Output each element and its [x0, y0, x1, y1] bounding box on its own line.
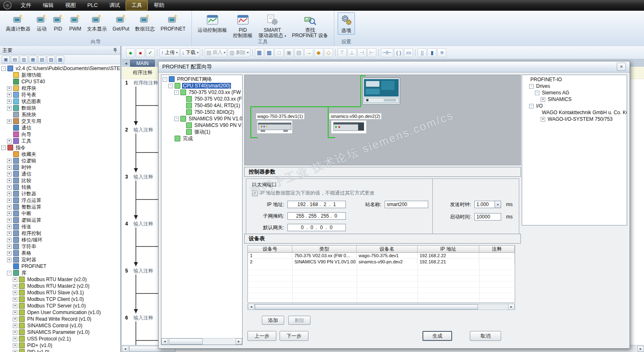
tree-item[interactable]: + Modbus RTU Master2 (v2.0) [0, 283, 120, 289]
expander-icon[interactable] [7, 126, 12, 130]
insert-button[interactable]: ▤ 插入 ▾ [205, 48, 227, 57]
tree-item[interactable]: + 状态图表 [0, 98, 120, 105]
tree-item[interactable]: - 指令 [0, 144, 120, 151]
expander-icon[interactable] [180, 130, 184, 134]
scroll-right-icon[interactable]: ► [637, 346, 644, 352]
tree-item[interactable]: + Modbus RTU Slave (v3.1) [0, 289, 120, 296]
tree-item[interactable]: + 程序块 [0, 85, 120, 92]
add-device-button[interactable]: 添加 [262, 316, 284, 325]
expander-icon[interactable] [7, 73, 12, 77]
expander-icon[interactable]: + [7, 244, 12, 249]
app-logo-icon[interactable] [0, 0, 15, 10]
expander-icon[interactable]: + [13, 337, 17, 341]
tree-item[interactable]: + Modbus TCP Server (v1.0) [0, 303, 120, 309]
find-devices-button[interactable]: 查找 PROFINET 设备 [289, 12, 331, 40]
tree-item[interactable]: + 定时器 [0, 256, 120, 263]
expander-icon[interactable]: + [7, 192, 12, 196]
contact-button[interactable]: ⊣⊢ [381, 48, 394, 57]
expander-icon[interactable]: - [168, 84, 173, 88]
copy-box-button[interactable]: □ [275, 48, 284, 57]
view-output-icon[interactable]: ▩ [56, 56, 64, 63]
download-button[interactable]: ↓ 下载 ▾ [180, 48, 201, 57]
expander-icon[interactable]: + [7, 225, 12, 229]
expander-icon[interactable] [7, 152, 12, 157]
sinamics-device-image[interactable] [331, 120, 366, 135]
ip-fixed-checkbox[interactable]: ✓ [252, 190, 258, 196]
tree-item[interactable]: PROFINET [0, 263, 120, 270]
branch-right-button[interactable]: ⊢ [367, 48, 376, 57]
expander-icon[interactable]: + [7, 165, 12, 170]
next-step-button[interactable]: 下一步 [280, 331, 308, 341]
scroll-right-icon[interactable]: ► [236, 338, 242, 345]
menu-item[interactable]: 帮助 [148, 0, 170, 10]
options-button[interactable]: 选项 [338, 12, 355, 35]
column-header[interactable]: 设备号 [248, 246, 292, 253]
tree-item[interactable]: SINAMICS V90 PN V1.0(0 [161, 122, 242, 129]
expander-icon[interactable]: - [174, 90, 179, 95]
bookmark-button[interactable]: ▯ [418, 48, 427, 57]
column-header[interactable]: 类型 [292, 246, 357, 253]
tree-item[interactable]: + 浮点运算 [0, 197, 120, 204]
tree-item[interactable]: + 传送 [0, 223, 120, 230]
tree-item[interactable]: + 交叉引用 [0, 118, 120, 124]
tree-item[interactable]: + 计数器 [0, 190, 120, 197]
column-header[interactable]: 注释 [479, 246, 515, 253]
ribbon-wizard-button[interactable]: PWM [67, 12, 84, 33]
ribbon-wizard-button[interactable]: PID [50, 12, 66, 33]
scroll-right-icon[interactable]: ► [508, 304, 515, 310]
network-comment[interactable]: 程序段注释 [132, 80, 158, 87]
tree-item[interactable]: + 工具 [0, 138, 120, 144]
expander-icon[interactable]: + [7, 231, 12, 236]
expander-icon[interactable] [180, 103, 184, 108]
scroll-left-icon[interactable]: ◄ [122, 346, 128, 352]
tree-item[interactable]: - Siemens AG [522, 89, 627, 96]
expander-icon[interactable]: - [163, 77, 167, 82]
expander-icon[interactable]: + [7, 178, 12, 183]
expander-icon[interactable]: - [1, 145, 6, 150]
branch-left-button[interactable]: ⊣ [357, 48, 366, 57]
expander-icon[interactable] [7, 80, 12, 84]
expander-icon[interactable]: + [13, 304, 17, 308]
tree-item[interactable]: + 数据块 [0, 105, 120, 111]
menu-item[interactable]: 编辑 [37, 0, 59, 10]
tree-item[interactable]: + 通信 [0, 171, 120, 177]
expander-icon[interactable]: + [7, 172, 12, 176]
tree-item[interactable]: - Drives [522, 83, 627, 89]
motion-panel-button[interactable]: 运动控制面板 [195, 12, 230, 34]
tree-item[interactable]: + 中断 [0, 210, 120, 217]
network-diagram[interactable]: wago-750-375.dev1(1) sinamics-v90-pn.dev… [244, 75, 521, 165]
tree-item[interactable]: + 转换 [0, 184, 120, 190]
tree-item[interactable]: + PN Read Write Record (v1.0) [0, 316, 120, 322]
network-comment[interactable]: 输入注释 [132, 174, 153, 181]
ribbon-wizard-button[interactable]: 数据日志 [133, 12, 157, 33]
expander-icon[interactable]: + [13, 343, 17, 348]
delete-button[interactable]: ▥ 删除 ▾ [228, 48, 250, 57]
expander-icon[interactable]: + [13, 310, 17, 315]
menu-item[interactable]: 调试 [103, 0, 126, 10]
station-name-field[interactable]: smart200 [385, 201, 428, 208]
expander-icon[interactable]: - [174, 117, 179, 121]
expander-icon[interactable]: - [1, 66, 6, 71]
view-symbols-icon[interactable]: ▤ [11, 56, 19, 63]
wago-device-image[interactable] [257, 120, 292, 135]
tree-item[interactable]: - CPU ST40(smart200) [161, 82, 242, 89]
scrollbar-thumb[interactable] [169, 338, 203, 345]
tree-item[interactable]: + 符号表 [0, 92, 120, 98]
expander-icon[interactable]: + [13, 317, 17, 321]
upload-button[interactable]: ↑ 上传 ▾ [159, 48, 180, 57]
network-comment[interactable]: 输入注释 [132, 314, 153, 321]
branch-down-button[interactable]: ⊥ [348, 48, 357, 57]
tree-item[interactable]: 750-1502 8DIO(2) [161, 109, 242, 115]
expander-icon[interactable]: + [7, 99, 12, 104]
stop-button[interactable]: ● [136, 48, 145, 57]
view-status-icon[interactable]: ▥ [20, 56, 28, 63]
tab-main[interactable]: MAIN [130, 60, 155, 67]
tree-item[interactable]: + PID+ (v1.0) [0, 342, 120, 349]
goto-button[interactable]: → [304, 48, 313, 57]
expander-icon[interactable] [168, 136, 173, 141]
send-clock-field[interactable]: 1.000 [474, 201, 495, 208]
tree-item[interactable]: + 字符串 [0, 243, 120, 250]
expander-icon[interactable] [535, 110, 539, 115]
expander-icon[interactable]: - [529, 84, 534, 89]
table-row[interactable]: 1 750-375 V02.03.xx (FW 0... wago-750-37… [248, 253, 515, 259]
